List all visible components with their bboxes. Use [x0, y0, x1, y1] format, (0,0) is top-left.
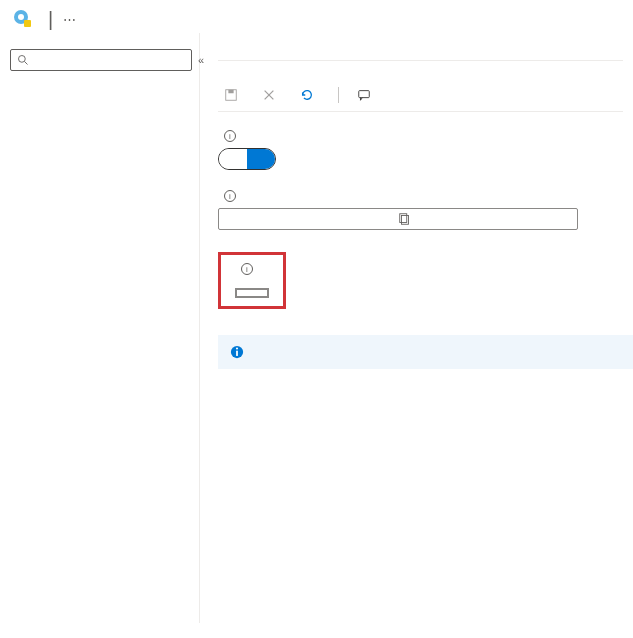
more-actions[interactable]: ⋯: [59, 8, 80, 31]
description-text: [218, 61, 633, 81]
copy-icon[interactable]: [398, 212, 571, 226]
search-icon: [17, 54, 29, 66]
info-icon: [230, 345, 244, 359]
blade-title: |: [48, 8, 53, 31]
identity-tabs: [218, 45, 623, 61]
toggle-off[interactable]: [219, 149, 247, 169]
objectid-label: i: [218, 190, 633, 202]
info-icon[interactable]: i: [224, 130, 236, 142]
feedback-icon: [357, 88, 371, 102]
status-toggle[interactable]: [218, 148, 276, 170]
refresh-button[interactable]: [300, 88, 320, 102]
info-banner: [218, 335, 633, 369]
discard-icon: [262, 88, 276, 102]
automation-account-icon: [12, 8, 34, 30]
sidebar-search[interactable]: [10, 49, 192, 71]
save-button: [224, 88, 244, 102]
objectid-value-box: [218, 208, 578, 230]
svg-point-1: [18, 14, 24, 20]
info-icon[interactable]: i: [241, 263, 253, 275]
svg-rect-6: [228, 90, 233, 94]
status-label: i: [218, 130, 633, 142]
info-icon[interactable]: i: [224, 190, 236, 202]
azure-role-assignments-button[interactable]: [235, 288, 269, 298]
svg-point-14: [236, 347, 238, 349]
refresh-icon: [300, 88, 314, 102]
permissions-label: i: [235, 263, 269, 275]
permissions-highlight: i: [218, 252, 286, 309]
save-icon: [224, 88, 238, 102]
search-input[interactable]: [35, 53, 185, 67]
svg-rect-9: [359, 91, 370, 98]
svg-rect-13: [236, 351, 238, 356]
feedback-button[interactable]: [357, 88, 377, 102]
svg-rect-2: [24, 20, 31, 27]
command-bar: [218, 81, 623, 112]
toggle-on[interactable]: [247, 149, 275, 169]
svg-point-3: [19, 56, 26, 63]
svg-line-4: [25, 62, 28, 65]
discard-button: [262, 88, 282, 102]
page-header: | ⋯: [12, 8, 621, 33]
